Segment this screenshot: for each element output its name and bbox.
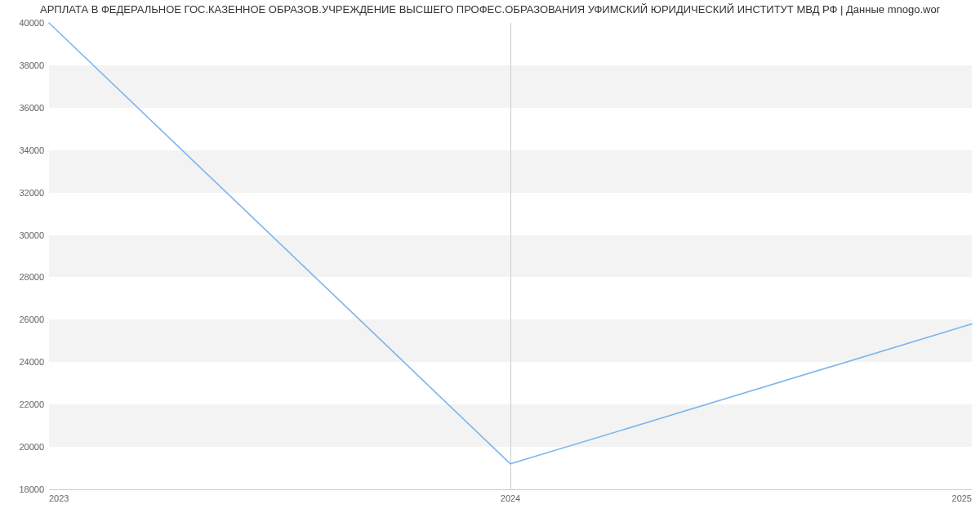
y-tick-label: 20000 [3,442,44,452]
y-tick-label: 38000 [3,60,44,70]
plot-area [49,23,972,490]
y-tick-label: 30000 [3,230,44,240]
y-tick-label: 28000 [3,272,44,282]
y-tick-label: 36000 [3,103,44,113]
y-tick-label: 18000 [3,484,44,494]
y-tick-label: 32000 [3,188,44,198]
y-tick-label: 40000 [3,18,44,28]
y-tick-label: 22000 [3,399,44,409]
chart-container: АРПЛАТА В ФЕДЕРАЛЬНОЕ ГОС.КАЗЕННОЕ ОБРАЗ… [0,0,980,531]
y-tick-label: 34000 [3,145,44,155]
x-tick-label: 2025 [952,493,972,503]
x-tick-label: 2023 [49,493,69,503]
x-tick-label: 2024 [501,493,520,503]
y-tick-label: 24000 [3,357,44,367]
chart-title: АРПЛАТА В ФЕДЕРАЛЬНОЕ ГОС.КАЗЕННОЕ ОБРАЗ… [0,3,980,16]
line-series [49,23,972,489]
y-tick-label: 26000 [3,315,44,324]
